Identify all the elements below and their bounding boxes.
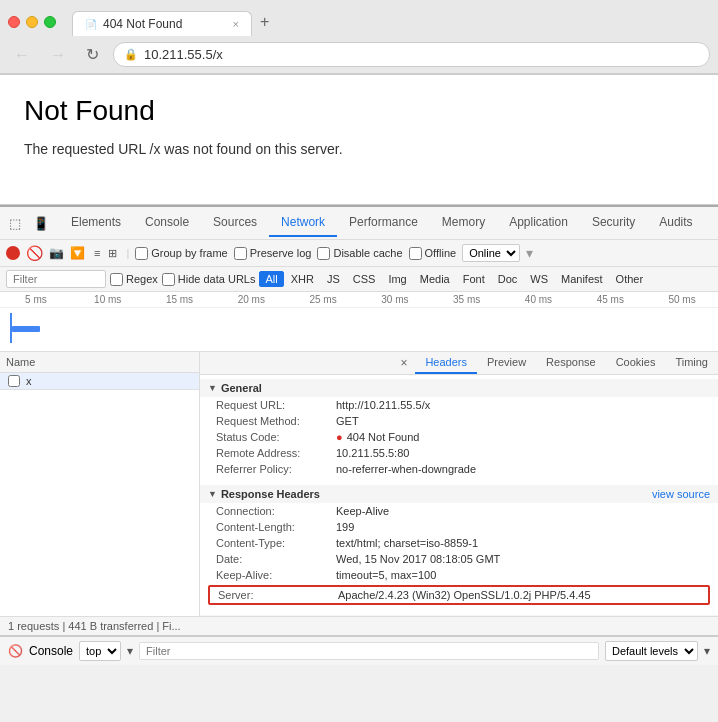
inspect-element-btn[interactable]: ⬚: [4, 213, 26, 234]
response-headers-section-title: Response Headers: [221, 488, 320, 500]
server-row: Server: Apache/2.4.23 (Win32) OpenSSL/1.…: [208, 585, 710, 605]
tab-elements[interactable]: Elements: [59, 209, 133, 237]
hide-data-urls-checkbox[interactable]: [162, 273, 175, 286]
general-section-header[interactable]: ▼ General: [200, 379, 718, 397]
preserve-log-checkbox[interactable]: [234, 247, 247, 260]
offline-checkbox[interactable]: [409, 247, 422, 260]
filter-js-btn[interactable]: JS: [321, 271, 346, 287]
referrer-policy-key: Referrer Policy:: [216, 463, 336, 475]
device-mode-btn[interactable]: 📱: [28, 213, 54, 234]
filter-all-btn[interactable]: All: [259, 271, 283, 287]
new-tab-btn[interactable]: +: [252, 8, 277, 36]
timeline-label-20ms: 20 ms: [215, 294, 287, 305]
date-row: Date: Wed, 15 Nov 2017 08:18:05 GMT: [200, 551, 718, 567]
keep-alive-key: Keep-Alive:: [216, 569, 336, 581]
levels-dropdown-icon[interactable]: ▾: [704, 644, 710, 658]
request-row-checkbox[interactable]: [8, 375, 20, 387]
detail-tab-cookies[interactable]: Cookies: [606, 352, 666, 374]
filter-xhr-btn[interactable]: XHR: [285, 271, 320, 287]
filter-media-btn[interactable]: Media: [414, 271, 456, 287]
secure-icon: 🔒: [124, 48, 138, 61]
timeline-label-45ms: 45 ms: [574, 294, 646, 305]
filter-input[interactable]: [6, 270, 106, 288]
console-level-select[interactable]: Default levels: [605, 641, 698, 661]
record-btn[interactable]: [6, 246, 20, 260]
response-headers-section-header[interactable]: ▼ Response Headers view source: [200, 485, 718, 503]
clear-btn[interactable]: 🚫: [26, 245, 43, 261]
tab-network[interactable]: Network: [269, 209, 337, 237]
detail-tabs: × Headers Preview Response Cookies Timin…: [200, 352, 718, 375]
disable-cache-label[interactable]: Disable cache: [317, 247, 402, 260]
regex-checkbox[interactable]: [110, 273, 123, 286]
group-by-frame-label[interactable]: Group by frame: [135, 247, 227, 260]
remote-address-key: Remote Address:: [216, 447, 336, 459]
timeline-label-10ms: 10 ms: [72, 294, 144, 305]
tab-performance[interactable]: Performance: [337, 209, 430, 237]
tab-console[interactable]: Console: [133, 209, 201, 237]
general-section: ▼ General Request URL: http://10.211.55.…: [200, 375, 718, 481]
filter-other-btn[interactable]: Other: [610, 271, 650, 287]
offline-label[interactable]: Offline: [409, 247, 457, 260]
remote-address-row: Remote Address: 10.211.55.5:80: [200, 445, 718, 461]
console-filter-input[interactable]: [139, 642, 599, 660]
tree-view-btn[interactable]: ⊞: [105, 246, 120, 261]
general-arrow-icon: ▼: [208, 383, 217, 393]
tab-close-btn[interactable]: ×: [233, 18, 239, 30]
tab-audits[interactable]: Audits: [647, 209, 704, 237]
browser-tab[interactable]: 📄 404 Not Found ×: [72, 11, 252, 36]
throttle-dropdown-icon[interactable]: ▾: [526, 245, 533, 261]
status-code-key: Status Code:: [216, 431, 336, 443]
console-error-icon[interactable]: 🚫: [8, 644, 23, 658]
filter-doc-btn[interactable]: Doc: [492, 271, 524, 287]
referrer-policy-value: no-referrer-when-downgrade: [336, 463, 476, 475]
camera-btn[interactable]: 📷: [49, 246, 64, 260]
filter-bar: Regex Hide data URLs All XHR JS CSS Img …: [0, 267, 718, 292]
address-bar[interactable]: 🔒 10.211.55.5/x: [113, 42, 710, 67]
tab-memory[interactable]: Memory: [430, 209, 497, 237]
request-method-value: GET: [336, 415, 359, 427]
detail-tab-timing[interactable]: Timing: [665, 352, 718, 374]
maximize-window-btn[interactable]: [44, 16, 56, 28]
reload-btn[interactable]: ↻: [80, 43, 105, 66]
detail-tab-response[interactable]: Response: [536, 352, 606, 374]
disable-cache-checkbox[interactable]: [317, 247, 330, 260]
group-by-frame-checkbox[interactable]: [135, 247, 148, 260]
timeline-label-50ms: 50 ms: [646, 294, 718, 305]
request-row[interactable]: x: [0, 373, 199, 390]
forward-btn[interactable]: →: [44, 44, 72, 66]
frame-context-select[interactable]: top: [79, 641, 121, 661]
status-code-value: 404 Not Found: [336, 431, 419, 443]
devtools-top-bar: ⬚ 📱 Elements Console Sources Network Per…: [0, 207, 718, 240]
frame-dropdown-icon[interactable]: ▾: [127, 644, 133, 658]
keep-alive-value: timeout=5, max=100: [336, 569, 436, 581]
tab-sources[interactable]: Sources: [201, 209, 269, 237]
hide-data-urls-label[interactable]: Hide data URLs: [162, 273, 256, 286]
preserve-log-label[interactable]: Preserve log: [234, 247, 312, 260]
request-list-header: Name: [0, 352, 199, 373]
regex-label[interactable]: Regex: [110, 273, 158, 286]
url-text: 10.211.55.5/x: [144, 47, 223, 62]
view-btns: ≡ ⊞: [91, 246, 120, 261]
filter-css-btn[interactable]: CSS: [347, 271, 382, 287]
filter-toggle-btn[interactable]: 🔽: [70, 246, 85, 260]
detail-close-btn[interactable]: ×: [392, 352, 415, 374]
timeline-label-25ms: 25 ms: [287, 294, 359, 305]
tab-application[interactable]: Application: [497, 209, 580, 237]
list-view-btn[interactable]: ≡: [91, 246, 103, 261]
server-key: Server:: [218, 589, 338, 601]
detail-tab-headers[interactable]: Headers: [415, 352, 477, 374]
close-window-btn[interactable]: [8, 16, 20, 28]
minimize-window-btn[interactable]: [26, 16, 38, 28]
tab-security[interactable]: Security: [580, 209, 647, 237]
filter-font-btn[interactable]: Font: [457, 271, 491, 287]
response-headers-view-source-btn[interactable]: view source: [652, 488, 710, 500]
back-btn[interactable]: ←: [8, 44, 36, 66]
filter-ws-btn[interactable]: WS: [524, 271, 554, 287]
remote-address-value: 10.211.55.5:80: [336, 447, 409, 459]
filter-type-btns: All XHR JS CSS Img Media Font Doc WS Man…: [259, 271, 649, 287]
tab-bar: 📄 404 Not Found × +: [72, 8, 277, 36]
filter-manifest-btn[interactable]: Manifest: [555, 271, 609, 287]
detail-tab-preview[interactable]: Preview: [477, 352, 536, 374]
throttle-select[interactable]: Online: [462, 244, 520, 262]
filter-img-btn[interactable]: Img: [382, 271, 412, 287]
